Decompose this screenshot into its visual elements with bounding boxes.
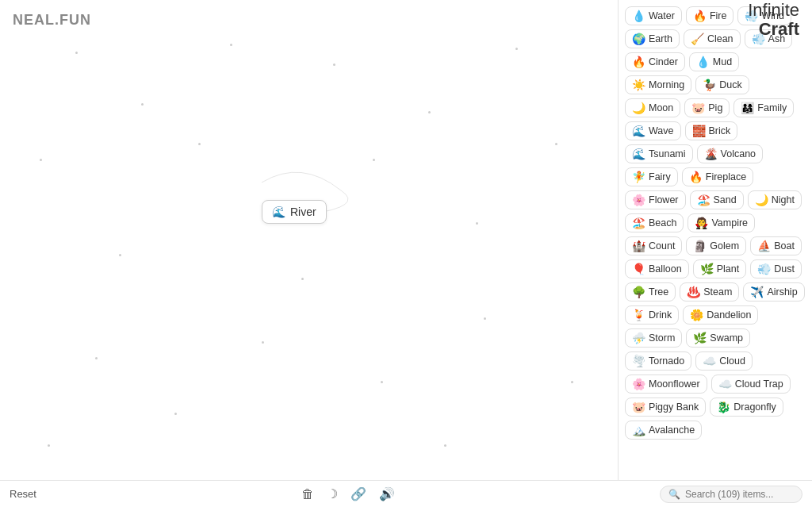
item-chip[interactable]: 🔥Cinder xyxy=(625,52,685,71)
item-label: Storm xyxy=(649,332,675,344)
item-label: Count xyxy=(649,240,675,252)
item-label: Plant xyxy=(717,263,740,275)
search-bar[interactable]: 🔍 xyxy=(660,486,802,503)
item-chip[interactable]: 🗿Golem xyxy=(686,236,746,255)
item-chip[interactable]: 🏔️Avalanche xyxy=(625,421,702,440)
item-label: Dust xyxy=(774,263,795,275)
item-chip[interactable]: 🐷Pig xyxy=(684,98,730,117)
canvas-dot xyxy=(555,143,557,145)
canvas-dot xyxy=(484,317,486,320)
item-chip[interactable]: 🐷Piggy Bank xyxy=(625,398,706,417)
item-emoji: 🌙 xyxy=(632,102,645,113)
canvas-dot xyxy=(476,222,478,225)
canvas-dot xyxy=(373,159,375,161)
item-emoji: 🌸 xyxy=(632,194,645,205)
canvas-dot xyxy=(515,48,518,50)
trash-icon[interactable]: 🗑 xyxy=(301,487,314,501)
item-chip[interactable]: ⛵Boat xyxy=(750,236,802,255)
sound-icon[interactable]: 🔊 xyxy=(379,486,395,501)
search-input[interactable] xyxy=(685,489,796,500)
item-emoji: 🏔️ xyxy=(632,424,645,436)
item-emoji: 🌊 xyxy=(632,148,645,159)
moon-icon[interactable]: ☽ xyxy=(327,486,338,501)
item-chip[interactable]: 💧Mud xyxy=(689,52,739,71)
bottom-bar: Reset 🗑 ☽ 🔗 🔊 🔍 xyxy=(0,480,812,507)
canvas-dot xyxy=(95,357,98,359)
canvas-dot xyxy=(119,254,121,256)
item-chip[interactable]: 🧚Fairy xyxy=(625,167,678,186)
item-label: Golem xyxy=(710,240,739,252)
item-chip[interactable]: ☀️Morning xyxy=(625,75,691,94)
item-label: Fireplace xyxy=(706,171,746,182)
item-chip[interactable]: ✈️Airship xyxy=(743,282,804,302)
item-emoji: ☁️ xyxy=(718,378,732,390)
item-chip[interactable]: 🏰Count xyxy=(625,236,682,255)
item-chip[interactable]: ⛈️Storm xyxy=(625,328,682,348)
item-label: Tree xyxy=(649,286,668,298)
item-chip[interactable]: 🌙Night xyxy=(748,190,802,209)
item-chip[interactable]: ♨️Steam xyxy=(680,282,739,302)
item-emoji: ☁️ xyxy=(703,355,716,367)
item-emoji: 💧 xyxy=(696,56,710,67)
item-chip[interactable]: 🌊Tsunami xyxy=(625,144,693,163)
item-chip[interactable]: 🔥Fireplace xyxy=(682,167,753,186)
item-chip[interactable]: 🦆Duck xyxy=(695,75,749,94)
item-chip[interactable]: ☁️Cloud xyxy=(695,351,753,371)
item-label: Flower xyxy=(649,194,679,205)
item-emoji: ♨️ xyxy=(687,286,700,298)
item-chip[interactable]: 🏖️Sand xyxy=(690,190,744,209)
item-label: Duck xyxy=(719,79,741,90)
item-label: Cloud xyxy=(719,355,745,367)
logo: NEAL.FUN xyxy=(13,12,91,29)
share-icon[interactable]: 🔗 xyxy=(350,486,366,501)
item-chip[interactable]: 🌼Dandelion xyxy=(683,305,758,325)
item-emoji: 🗿 xyxy=(693,240,707,252)
item-chip[interactable]: 🧱Brick xyxy=(685,121,738,140)
item-label: Dandelion xyxy=(707,309,751,321)
item-emoji: 🐉 xyxy=(717,401,730,413)
item-chip[interactable]: 🌊Wave xyxy=(625,121,681,140)
item-chip[interactable]: 🍹Drink xyxy=(625,305,679,325)
item-chip[interactable]: 🧛Vampire xyxy=(688,213,755,232)
canvas-decorations xyxy=(0,0,618,480)
item-emoji: 🍹 xyxy=(632,309,645,321)
item-chip[interactable]: 👨‍👩‍👧Family xyxy=(733,98,794,117)
game-title-line1: Infinite xyxy=(748,0,799,20)
item-chip[interactable]: 🌿Plant xyxy=(693,259,747,278)
canvas-dot xyxy=(75,52,78,54)
item-label: Family xyxy=(757,102,787,113)
item-label: Tornado xyxy=(649,355,684,367)
item-chip[interactable]: 🌪️Tornado xyxy=(625,351,691,371)
item-chip[interactable]: 🎈Balloon xyxy=(625,259,689,278)
canvas-dot xyxy=(381,381,383,383)
item-chip[interactable]: 🏖️Beach xyxy=(625,213,684,232)
item-chip[interactable]: 🌸Moonflower xyxy=(625,374,707,394)
item-label: Airship xyxy=(767,286,797,298)
item-chip[interactable]: 🌸Flower xyxy=(625,190,686,209)
canvas-dot xyxy=(141,103,144,106)
item-chip[interactable]: 💨Dust xyxy=(750,259,802,278)
item-emoji: 🌳 xyxy=(632,286,645,298)
item-chip[interactable]: 🌙Moon xyxy=(625,98,680,117)
reset-button[interactable]: Reset xyxy=(10,488,36,500)
item-label: Mud xyxy=(713,56,732,67)
item-emoji: ⛵ xyxy=(757,240,771,252)
items-sidebar[interactable]: 💧Water🔥Fire💨Wind🌍Earth🧹Clean💨Ash🔥Cinder💧… xyxy=(618,0,812,480)
item-label: Drink xyxy=(649,309,672,321)
item-chip[interactable]: 🌳Tree xyxy=(625,282,676,302)
river-icon: 🌊 xyxy=(272,205,285,218)
item-chip[interactable]: 🐉Dragonfly xyxy=(710,398,783,417)
item-emoji: 🦆 xyxy=(703,79,716,90)
item-chip[interactable]: ☁️Cloud Trap xyxy=(711,374,791,394)
item-emoji: 🏖️ xyxy=(697,194,710,205)
item-chip[interactable]: 🌿Swamp xyxy=(686,328,750,348)
item-label: Night xyxy=(772,194,795,205)
canvas-dot xyxy=(40,159,42,161)
header: NEAL.FUN Infinite Craft xyxy=(0,0,812,40)
river-label: River xyxy=(290,205,316,218)
craft-canvas[interactable]: 🌊 River xyxy=(0,0,618,480)
item-chip[interactable]: 🌋Volcano xyxy=(697,144,763,163)
river-element[interactable]: 🌊 River xyxy=(262,200,327,224)
item-emoji: 🌪️ xyxy=(632,355,645,367)
item-emoji: 🧛 xyxy=(695,217,708,229)
